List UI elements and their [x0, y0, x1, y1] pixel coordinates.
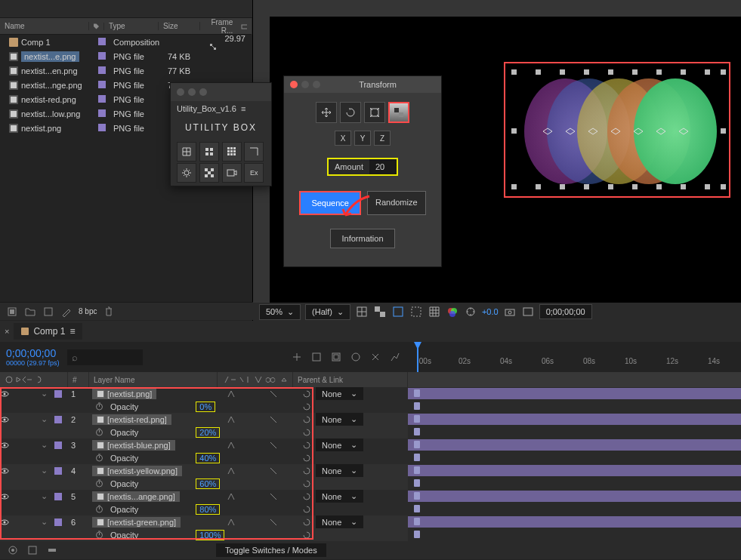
utility-sun-tool[interactable]: [177, 163, 196, 183]
opacity-property-row[interactable]: Opacity 20%: [0, 426, 741, 438]
pickwhip-icon[interactable]: [302, 402, 311, 411]
opacity-tool[interactable]: [388, 102, 409, 123]
minimize-button[interactable]: [301, 81, 309, 88]
opacity-property-row[interactable]: Opacity 60%: [0, 477, 741, 490]
fast-preview-icon[interactable]: [355, 305, 369, 318]
pickwhip-icon[interactable]: [302, 389, 311, 398]
column-frame-rate[interactable]: Frame R...: [200, 18, 252, 35]
utility-grid-tool-1[interactable]: [177, 142, 196, 162]
traffic-close-icon[interactable]: [177, 88, 184, 96]
layer-switches[interactable]: [227, 466, 302, 475]
collapse-toggle-icon[interactable]: ⌄: [41, 466, 51, 475]
rotation-tool[interactable]: [340, 102, 361, 123]
layer-name-header[interactable]: Layer Name: [89, 372, 218, 387]
label-color-icon[interactable]: [54, 390, 62, 398]
layer-row[interactable]: ⌄ 6 [nextist-green.png] None⌄: [0, 515, 741, 528]
layer-switches[interactable]: [227, 415, 302, 424]
frame-blend-icon[interactable]: [349, 350, 363, 364]
column-type[interactable]: Type: [104, 22, 159, 30]
switch-icon[interactable]: [269, 518, 278, 527]
information-button[interactable]: Information: [330, 229, 394, 248]
layer-bar[interactable]: [408, 388, 741, 399]
pickwhip-icon[interactable]: [302, 505, 311, 514]
maximize-button[interactable]: [313, 81, 320, 88]
opacity-property-row[interactable]: Opacity 40%: [0, 451, 741, 464]
utility-distribute-tool[interactable]: [222, 142, 242, 162]
project-settings-icon[interactable]: [60, 306, 73, 318]
show-snapshot-icon[interactable]: [521, 305, 535, 318]
switch-icon[interactable]: [227, 415, 236, 424]
layer-number-header[interactable]: #: [68, 372, 89, 387]
visibility-toggle-icon[interactable]: [0, 493, 11, 500]
traffic-min-icon[interactable]: [188, 88, 196, 96]
toggle-switches-icon-1[interactable]: [6, 543, 20, 557]
parent-dropdown[interactable]: None⌄: [316, 438, 363, 451]
exposure-value[interactable]: +0.0: [482, 307, 499, 316]
layer-switches[interactable]: [227, 492, 302, 501]
transform-panel[interactable]: Transform X Y Z Amount 20 Sequence Rando…: [283, 75, 442, 267]
switch-icon[interactable]: [227, 389, 236, 398]
z-axis-button[interactable]: Z: [374, 131, 391, 146]
composition-mini-flowchart-icon[interactable]: [290, 350, 304, 364]
scale-tool[interactable]: [364, 102, 385, 123]
column-name[interactable]: Name: [0, 22, 89, 30]
parent-dropdown[interactable]: None⌄: [316, 464, 363, 477]
column-size[interactable]: Size: [159, 22, 200, 30]
stopwatch-icon[interactable]: [95, 454, 104, 462]
label-color-icon[interactable]: [54, 442, 62, 449]
layer-bar[interactable]: [408, 414, 741, 425]
in-point-marker[interactable]: [414, 389, 420, 397]
switch-icon[interactable]: [227, 492, 236, 501]
project-item[interactable]: nextist...en.png PNG file 77 KB: [0, 63, 252, 78]
label-color-icon[interactable]: [98, 124, 106, 131]
pickwhip-icon[interactable]: [302, 531, 311, 540]
transparency-grid-icon[interactable]: [373, 305, 387, 318]
motion-blur-icon[interactable]: [369, 350, 382, 364]
layer-name[interactable]: [nextist-yellow.png]: [92, 466, 182, 476]
preview-time-display[interactable]: 0;00;00;00: [539, 304, 592, 319]
time-ruler[interactable]: :00s02s04s06s08s10s12s14s: [408, 342, 741, 372]
layer-row[interactable]: ⌄ 4 [nextist-yellow.png] None⌄: [0, 464, 741, 477]
layer-row[interactable]: ⌄ 3 [nextist-blue.png] None⌄: [0, 438, 741, 451]
label-color-icon[interactable]: [98, 95, 106, 103]
layer-row[interactable]: ⌄ 1 [nextist.png] None⌄: [0, 387, 741, 400]
switch-icon[interactable]: [269, 492, 278, 501]
switch-icon[interactable]: [227, 518, 236, 527]
resolution-dropdown[interactable]: (Half)⌄: [305, 304, 350, 320]
layer-name[interactable]: [nextist-red.png]: [92, 414, 171, 425]
layer-switches[interactable]: [227, 518, 302, 527]
label-color-icon[interactable]: [54, 518, 62, 526]
playhead[interactable]: [417, 342, 418, 372]
layer-row[interactable]: ⌄ 5 [nextis...ange.png] None⌄: [0, 490, 741, 503]
stopwatch-icon[interactable]: [95, 531, 104, 539]
switch-icon[interactable]: [227, 466, 236, 475]
trash-icon[interactable]: [103, 306, 115, 318]
pickwhip-icon[interactable]: [302, 454, 311, 463]
stopwatch-icon[interactable]: [95, 428, 104, 436]
stopwatch-icon[interactable]: [95, 505, 104, 513]
switch-icon[interactable]: [269, 441, 278, 450]
layer-bar[interactable]: [408, 491, 741, 502]
shy-icon[interactable]: [329, 350, 343, 364]
marker-icon[interactable]: [414, 479, 420, 487]
parent-dropdown[interactable]: None⌄: [316, 515, 363, 528]
layer-bar[interactable]: [408, 516, 741, 528]
column-tag[interactable]: [89, 23, 104, 30]
visibility-toggle-icon[interactable]: [0, 518, 11, 526]
opacity-value[interactable]: 100%: [196, 530, 224, 540]
switch-icon[interactable]: [227, 441, 236, 450]
tab-close-icon[interactable]: ×: [5, 327, 9, 336]
pickwhip-icon[interactable]: [302, 441, 311, 450]
parent-link-header[interactable]: Parent & Link: [293, 372, 408, 387]
visibility-toggle-icon[interactable]: [0, 390, 11, 398]
current-timecode[interactable]: 0;00;00;00: [6, 347, 60, 359]
opacity-property-row[interactable]: Opacity 100%: [0, 528, 741, 541]
zoom-dropdown[interactable]: 50%⌄: [259, 304, 301, 320]
pickwhip-icon[interactable]: [302, 518, 311, 527]
visibility-toggle-icon[interactable]: [0, 416, 11, 423]
new-folder-icon[interactable]: [24, 306, 36, 318]
layer-name[interactable]: [nextist.png]: [92, 389, 156, 399]
opacity-value[interactable]: 40%: [196, 453, 220, 463]
in-point-marker[interactable]: [414, 466, 420, 474]
utility-corner-tool[interactable]: [244, 142, 264, 162]
